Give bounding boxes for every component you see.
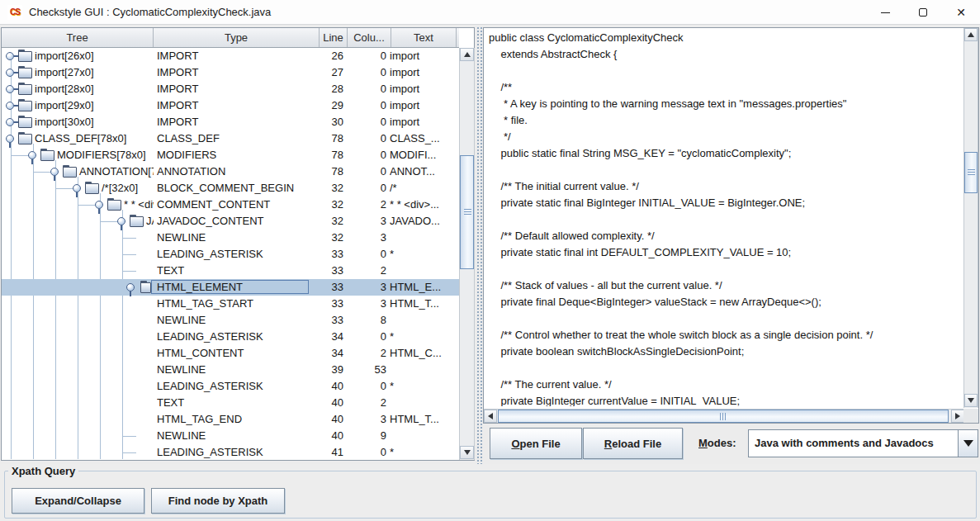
text-cell: import (390, 81, 458, 97)
tree-row[interactable]: NEWLINE3953 (2, 362, 459, 378)
type-cell: LEADING_ASTERISK (157, 378, 318, 395)
source-code-view[interactable]: public class CyclomaticComplexityCheck e… (485, 28, 963, 406)
scroll-up-button[interactable] (460, 48, 474, 61)
tree-row[interactable]: LEADING_ASTERISK400* (2, 378, 459, 395)
tree-scrollbar-thumb[interactable] (460, 155, 474, 269)
tree-row[interactable]: LEADING_ASTERISK330* (2, 246, 459, 263)
tree-row[interactable]: NEWLINE323 (2, 230, 459, 246)
column-cell: 0 (345, 48, 386, 64)
split-pane-divider[interactable] (476, 26, 483, 464)
source-vertical-scrollbar[interactable] (963, 28, 978, 408)
text-cell (390, 428, 458, 444)
line-cell: 34 (314, 329, 343, 345)
column-cell: 2 (345, 197, 386, 213)
xpath-group-border (4, 471, 977, 519)
tree-cell: import[26x0] (2, 48, 154, 64)
column-header-type[interactable]: Type (154, 28, 320, 47)
scroll-up-button[interactable] (964, 28, 978, 41)
tree-row[interactable]: CLASS_DEF[78x0]CLASS_DEF780CLASS_... (2, 130, 459, 147)
source-scrollbar-thumb[interactable] (964, 152, 978, 193)
tree-row[interactable]: NEWLINE409 (2, 428, 459, 444)
text-cell: MODIFI... (390, 147, 458, 163)
text-cell: /* (390, 180, 458, 197)
tree-node-label: ANNOTATION[78x0] (79, 163, 154, 180)
text-cell: ANNOT... (390, 163, 458, 180)
line-cell: 32 (314, 230, 343, 246)
reload-file-button[interactable]: Reload File (583, 428, 683, 459)
tree-connector-line (123, 271, 136, 272)
tree-cell: import[30x0] (2, 114, 154, 130)
close-icon: ✕ (956, 7, 966, 18)
text-cell: HTML_E... (390, 279, 458, 296)
tree-row[interactable]: LEADING_ASTERISK410* (2, 444, 459, 460)
line-cell: 39 (314, 362, 343, 378)
tree-row[interactable]: TEXT332 (2, 263, 459, 279)
tree-row[interactable]: import[26x0]IMPORT260import (2, 48, 459, 64)
mode-combobox[interactable]: Java with comments and Javadocs (748, 429, 978, 457)
tree-row[interactable]: import[27x0]IMPORT270import (2, 64, 459, 81)
column-cell: 2 (345, 395, 386, 411)
column-header-column[interactable]: Colu... (348, 28, 391, 47)
tree-row[interactable]: MODIFIERS[78x0]MODIFIERS780MODIFI... (2, 147, 459, 163)
text-cell: CLASS_... (390, 130, 458, 147)
mode-selected-value[interactable]: Java with comments and Javadocs (748, 429, 959, 457)
type-cell: HTML_ELEMENT (157, 279, 318, 296)
xpath-group-title: Xpath Query (8, 464, 78, 478)
type-cell: IMPORT (157, 64, 318, 81)
type-cell: IMPORT (157, 81, 318, 97)
column-cell: 0 (345, 163, 386, 180)
arrow-up-icon (968, 32, 974, 37)
arrow-left-icon (488, 413, 493, 419)
tree-row[interactable]: /*[32x0]BLOCK_COMMENT_BEGIN320/* (2, 180, 459, 197)
combobox-arrow-button[interactable] (958, 429, 978, 457)
line-cell: 78 (314, 147, 343, 163)
close-button[interactable]: ✕ (942, 0, 980, 25)
column-cell: 0 (345, 114, 386, 130)
tree-row[interactable]: TEXT402 (2, 395, 459, 411)
tree-expand-handle[interactable] (126, 283, 135, 291)
type-cell: TEXT (157, 263, 318, 279)
line-cell: 32 (314, 213, 343, 230)
tree-table-header: Tree Type Line Colu... Text (2, 28, 459, 48)
tree-connector-line (123, 254, 136, 255)
tree-connector-line (123, 238, 136, 239)
column-header-line[interactable]: Line (320, 28, 348, 47)
column-header-tree[interactable]: Tree (2, 28, 154, 47)
source-horizontal-scrollbar[interactable] (484, 409, 964, 423)
column-cell: 9 (345, 428, 386, 444)
tree-row[interactable]: HTML_ELEMENT333HTML_E... (2, 279, 459, 296)
scroll-down-button[interactable] (460, 446, 474, 459)
minimize-icon (881, 12, 890, 13)
column-cell: 3 (345, 296, 386, 312)
type-cell: ANNOTATION (157, 163, 318, 180)
tree-row[interactable]: HTML_TAG_START333HTML_T... (2, 296, 459, 312)
expand-collapse-button[interactable]: Expand/Collapse (12, 488, 144, 514)
tree-row[interactable]: NEWLINE338 (2, 312, 459, 329)
maximize-button[interactable] (904, 0, 942, 25)
scroll-left-button[interactable] (484, 410, 497, 423)
tree-row[interactable]: import[30x0]IMPORT300import (2, 114, 459, 130)
titlebar[interactable]: CS Checkstyle GUI : CyclomaticComplexity… (0, 0, 980, 25)
tree-row[interactable]: JAVADOC_CONTENT[32x3]JAVADOC_CONTENT323J… (2, 213, 459, 230)
tree-row[interactable]: import[28x0]IMPORT280import (2, 81, 459, 97)
tree-vertical-scrollbar[interactable] (459, 48, 475, 460)
source-hscrollbar-thumb[interactable] (498, 410, 949, 423)
tree-row[interactable]: HTML_CONTENT342HTML_C... (2, 345, 459, 362)
column-header-text[interactable]: Text (391, 28, 457, 47)
tree-row[interactable]: HTML_TAG_END403HTML_T... (2, 411, 459, 428)
text-cell (390, 395, 458, 411)
column-cell: 3 (345, 279, 386, 296)
tree-connector-line (123, 452, 136, 453)
tree-row[interactable]: ANNOTATION[78x0]ANNOTATION780ANNOT... (2, 163, 459, 180)
open-file-button[interactable]: Open File (490, 428, 582, 459)
ast-tree-table: Tree Type Line Colu... Text import[26x0]… (1, 27, 475, 461)
scroll-down-button[interactable] (964, 394, 978, 407)
scroll-right-button[interactable] (951, 410, 964, 423)
tree-node-label: CLASS_DEF[78x0] (35, 130, 126, 147)
minimize-button[interactable] (866, 0, 904, 25)
tree-row[interactable]: import[29x0]IMPORT290import (2, 97, 459, 114)
arrow-right-icon (955, 413, 960, 419)
tree-row[interactable]: * * <div>...COMMENT_CONTENT322* * <div>.… (2, 197, 459, 213)
find-node-by-xpath-button[interactable]: Find node by Xpath (151, 488, 285, 514)
tree-row[interactable]: LEADING_ASTERISK340* (2, 329, 459, 345)
